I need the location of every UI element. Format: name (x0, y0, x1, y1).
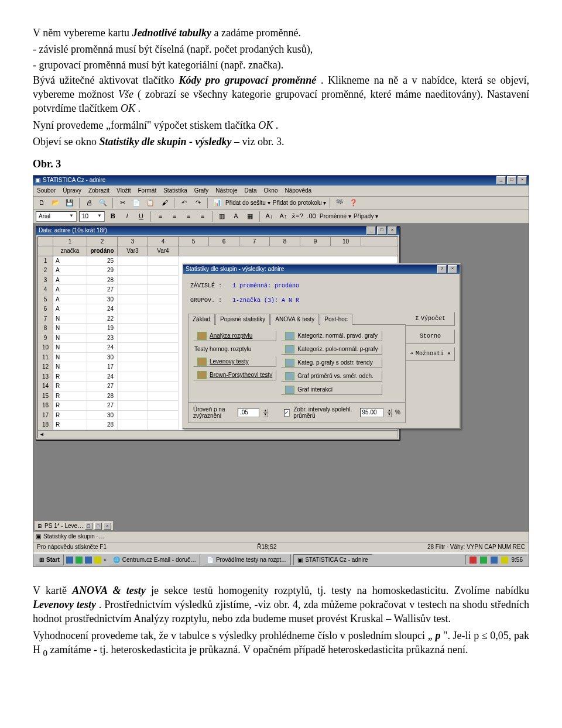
minimize-button[interactable]: _ (366, 226, 376, 235)
cell[interactable]: 27 (87, 401, 118, 411)
row-hdr[interactable]: 7 (38, 314, 53, 324)
flag-icon[interactable]: 🏁 (334, 197, 345, 209)
task-item[interactable]: 🌐Centrum.cz E-mail - doruč… (109, 554, 200, 566)
chevron-icon[interactable]: » (104, 557, 107, 564)
spinner[interactable]: ▲▼ (387, 408, 392, 417)
cell[interactable]: 25 (87, 256, 118, 266)
cell[interactable]: N (53, 353, 87, 363)
cell[interactable] (118, 382, 148, 392)
cell[interactable] (148, 304, 179, 314)
btn-storno[interactable]: Storno (406, 329, 455, 344)
tab-posthoc[interactable]: Post-hoc (320, 314, 352, 325)
cell[interactable]: 30 (87, 295, 118, 305)
btn-grafinter[interactable]: Graf interakcí (281, 384, 382, 395)
cell[interactable] (118, 392, 148, 401)
cell[interactable] (118, 314, 148, 324)
row-hdr[interactable]: 6 (38, 304, 53, 314)
row-hdr[interactable]: 17 (38, 411, 53, 421)
cell[interactable] (148, 382, 179, 392)
cell[interactable]: R (53, 411, 87, 421)
cell[interactable]: 24 (87, 304, 118, 314)
close-button[interactable]: × (388, 226, 397, 235)
cell[interactable]: R (53, 392, 87, 401)
row-hdr[interactable]: 11 (38, 353, 53, 363)
cell[interactable] (118, 372, 148, 382)
row-hdr[interactable]: 15 (38, 392, 53, 401)
add-proto-btn[interactable]: Přidat do protokolu ▾ (273, 199, 327, 207)
cell[interactable]: 24 (87, 343, 118, 353)
cell[interactable]: A (53, 266, 87, 276)
cell[interactable] (148, 314, 179, 324)
spinner[interactable]: ▲▼ (263, 408, 268, 417)
print-icon[interactable]: 🖨 (83, 197, 95, 209)
col-name[interactable]: Var3 (118, 246, 148, 256)
cell[interactable]: R (53, 372, 87, 382)
cell[interactable]: 27 (87, 382, 118, 392)
cell[interactable] (148, 256, 179, 266)
help-icon[interactable]: ❓ (348, 197, 359, 209)
cell[interactable]: R (53, 420, 87, 430)
tray-icon[interactable] (470, 557, 477, 564)
help-button[interactable]: ? (437, 265, 447, 273)
cell[interactable]: A (53, 276, 87, 286)
cell[interactable]: A (53, 285, 87, 295)
row-hdr[interactable]: 10 (38, 343, 53, 353)
quick-desktop-icon[interactable] (76, 557, 83, 564)
menu-item[interactable]: Nápověda (285, 187, 312, 195)
quick-oe-icon[interactable] (85, 557, 92, 564)
row-hdr[interactable]: 8 (38, 324, 53, 334)
cell[interactable]: 30 (87, 411, 118, 421)
col-name[interactable]: značka (53, 246, 87, 256)
cell[interactable] (118, 256, 148, 266)
cell[interactable]: N (53, 343, 87, 353)
row-hdr[interactable]: 13 (38, 372, 53, 382)
cell[interactable] (148, 276, 179, 286)
add-sheet-btn[interactable]: Přidat do sešitu ▾ (225, 199, 270, 207)
task-item-active[interactable]: ▣STATISTICA Cz - adnire (293, 554, 372, 566)
cell[interactable]: N (53, 324, 87, 334)
maximize-button[interactable]: □ (377, 226, 386, 235)
save-icon[interactable]: 💾 (64, 197, 76, 209)
cell[interactable] (118, 362, 148, 372)
font-combo[interactable]: Arial▼ (36, 211, 77, 222)
minimized-window[interactable]: 🗎 PS 1* - Leve… ▢ □ × (35, 521, 114, 531)
cell[interactable] (118, 343, 148, 353)
cell[interactable] (148, 285, 179, 295)
tab-popisne[interactable]: Popisné statistiky (215, 314, 270, 325)
fontcolor-icon[interactable]: A (230, 211, 242, 222)
minimize-button[interactable]: _ (496, 176, 506, 184)
menu-item[interactable]: Vložit (116, 187, 131, 195)
btn-vypocet[interactable]: ⵉVýpočet (406, 312, 455, 326)
undo-icon[interactable]: ↶ (178, 197, 190, 209)
align-left-icon[interactable]: ≡ (155, 211, 166, 222)
sort-desc-icon[interactable]: A↑ (277, 211, 289, 222)
cell[interactable] (118, 324, 148, 334)
cell[interactable] (118, 353, 148, 363)
btn-katodstr[interactable]: Kateg. p-grafy s odstr. trendy (281, 358, 382, 368)
cell[interactable] (148, 392, 179, 401)
size-combo[interactable]: 10▼ (79, 211, 105, 222)
start-button[interactable]: ⊞ Start (35, 554, 64, 566)
quick-ie-icon[interactable] (66, 557, 73, 564)
row-hdr[interactable]: 12 (38, 362, 53, 372)
menu-item[interactable]: Nástroje (215, 187, 237, 195)
new-icon[interactable]: 🗋 (36, 197, 47, 209)
cell[interactable]: 28 (87, 420, 118, 430)
paste-icon[interactable]: 📋 (145, 197, 156, 209)
cell[interactable] (118, 401, 148, 411)
close-button[interactable]: × (518, 176, 527, 184)
checkbox-ci[interactable]: ✓ (284, 409, 290, 417)
cell[interactable] (148, 324, 179, 334)
align-center-icon[interactable]: ≡ (169, 211, 180, 222)
cell[interactable] (118, 334, 148, 344)
tab-anova[interactable]: ANOVA & testy (270, 314, 319, 325)
menu-item[interactable]: Grafy (194, 187, 208, 195)
cell[interactable]: R (53, 401, 87, 411)
tab-zaklad[interactable]: Základ (188, 314, 215, 325)
preview-icon[interactable]: 🔍 (97, 197, 109, 209)
btn-anova[interactable]: Analýza rozptylu (193, 331, 276, 341)
cell[interactable] (148, 353, 179, 363)
col-name[interactable]: Var4 (148, 246, 179, 256)
decimals-icon[interactable]: .00 (306, 211, 317, 222)
col-num[interactable]: 10 (331, 237, 361, 246)
